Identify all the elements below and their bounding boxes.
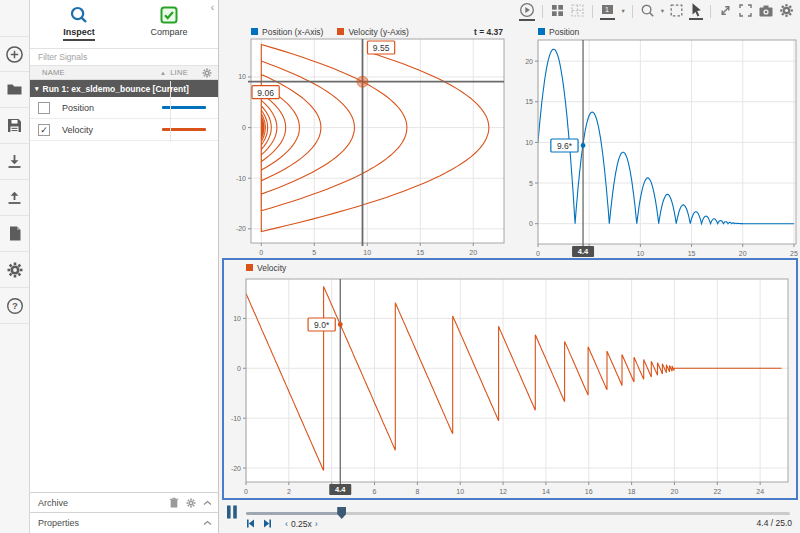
svg-text:4.4: 4.4 (335, 485, 346, 494)
svg-text:25: 25 (790, 250, 798, 257)
expander-caret-icon[interactable]: ▾ (35, 85, 39, 93)
svg-text:0: 0 (259, 249, 263, 256)
filter-signals-input[interactable] (30, 49, 218, 66)
fit-to-view-icon[interactable] (669, 3, 684, 19)
playback-slider[interactable] (246, 512, 790, 515)
save-icon (6, 117, 23, 134)
collapse-panel-icon[interactable]: ‹ (211, 2, 214, 13)
signal-row-position[interactable]: Position (30, 97, 218, 119)
speed-increase-icon[interactable]: › (315, 519, 318, 529)
svg-text:4.4: 4.4 (578, 247, 589, 256)
help-button[interactable]: ? (0, 288, 29, 324)
svg-text:20: 20 (671, 488, 679, 495)
name-column-header: NAME (42, 68, 65, 77)
signal-table-header[interactable]: NAME ▲ LINE (30, 66, 218, 80)
legend-dropdown-caret-icon[interactable]: ▾ (621, 7, 624, 15)
position-legend-swatch-icon (538, 28, 545, 35)
pointer-icon[interactable] (689, 2, 703, 20)
add-run-button[interactable] (0, 36, 29, 72)
replay-play-icon[interactable] (519, 2, 535, 21)
playback-slider-thumb[interactable] (337, 507, 346, 519)
trash-icon[interactable] (169, 497, 179, 508)
speed-control: ‹ 0.25x › (285, 519, 318, 529)
svg-text:0: 0 (242, 124, 246, 131)
svg-text:6: 6 (373, 488, 377, 495)
svg-text:14: 14 (542, 488, 550, 495)
snapshot-camera-icon[interactable] (758, 4, 774, 19)
line-column-header: LINE (170, 68, 188, 77)
phase-plot-canvas-mount: 05101520-20-100109.559.06 (225, 38, 515, 258)
new-session-button[interactable] (0, 216, 29, 252)
position-plot-canvas[interactable]: 010152025051015209.6*4.4 (518, 38, 799, 258)
export-button[interactable] (0, 180, 29, 216)
step-back-button[interactable] (246, 519, 257, 528)
svg-text:15: 15 (416, 249, 424, 256)
legend-entry-position[interactable]: Position (x-Axis) (251, 27, 323, 37)
velocity-checkbox[interactable]: ✓ (38, 124, 50, 136)
plot-area: 1 ▾ ▾ Position (x-Axis) Velocity (y-Axis… (219, 0, 800, 533)
velocity-line-swatch[interactable] (162, 128, 206, 131)
cursor-time-readout: t = 4.37 (474, 27, 503, 37)
svg-text:-20: -20 (236, 225, 246, 232)
phase-plot-canvas[interactable]: 05101520-20-100109.559.06 (225, 38, 515, 258)
cursor-value-label[interactable]: 9.6* (551, 139, 578, 152)
expand-diagonal-icon[interactable] (718, 3, 733, 19)
cursor-y-value-label[interactable]: 9.06 (252, 86, 279, 99)
svg-text:8: 8 (415, 488, 419, 495)
velocity-plot-canvas[interactable]: 02681012141618202224-20-100109.0*4.4 (224, 273, 796, 498)
open-button[interactable] (0, 72, 29, 108)
svg-text:-10: -10 (231, 415, 241, 422)
layout-subplots-icon[interactable] (570, 3, 585, 19)
svg-text:10: 10 (456, 488, 464, 495)
svg-text:9.6*: 9.6* (557, 141, 573, 151)
archive-section-bar[interactable]: Archive (30, 492, 218, 512)
layout-grid-icon[interactable] (550, 3, 565, 19)
import-button[interactable] (0, 144, 29, 180)
svg-text:20: 20 (739, 250, 747, 257)
fullscreen-icon[interactable] (738, 3, 753, 19)
svg-text:-10: -10 (236, 175, 246, 182)
svg-text:18: 18 (628, 488, 636, 495)
svg-text:0: 0 (536, 250, 540, 257)
legend-entry-position[interactable]: Position (538, 27, 579, 37)
svg-text:10: 10 (525, 139, 533, 146)
document-icon (7, 225, 23, 242)
properties-collapse-chevron-icon[interactable] (203, 520, 212, 526)
phase-plot-card: Position (x-Axis) Velocity (y-Axis) t = … (225, 25, 515, 258)
signal-row-velocity[interactable]: ✓ Velocity (30, 119, 218, 141)
step-forward-button[interactable] (261, 519, 272, 528)
position-plot-card: Position 010152025051015209.6*4.4 (518, 25, 799, 258)
save-button[interactable] (0, 108, 29, 144)
cursor-time-badge[interactable]: 4.4 (329, 484, 351, 495)
properties-section-bar[interactable]: Properties (30, 512, 218, 533)
run-group-label: Run 1: ex_sldemo_bounce [Current] (43, 84, 189, 94)
preferences-button[interactable] (0, 252, 29, 288)
plot-settings-gear-icon[interactable] (779, 3, 794, 19)
svg-text:16: 16 (585, 488, 593, 495)
pause-button[interactable] (226, 505, 238, 519)
toolbar-separator (592, 5, 593, 18)
cursor-x-value-label[interactable]: 9.55 (368, 41, 395, 54)
archive-settings-gear-icon[interactable] (186, 498, 196, 508)
tab-compare-label: Compare (150, 27, 187, 37)
tab-compare[interactable]: Compare (137, 5, 201, 48)
position-line-swatch[interactable] (162, 106, 206, 109)
archive-collapse-chevron-icon[interactable] (203, 500, 212, 506)
tab-inspect[interactable]: Inspect (47, 5, 111, 48)
svg-text:5: 5 (312, 249, 316, 256)
zoom-dropdown-caret-icon[interactable]: ▾ (661, 7, 664, 15)
legend-toggle-icon[interactable]: 1 (600, 3, 615, 20)
column-settings-gear-icon[interactable] (202, 68, 212, 78)
svg-text:10: 10 (238, 73, 246, 80)
cursor-value-label[interactable]: 9.0* (308, 318, 335, 331)
run-group-row[interactable]: ▾ Run 1: ex_sldemo_bounce [Current] (30, 80, 218, 97)
legend-entry-velocity[interactable]: Velocity (y-Axis) (337, 27, 408, 37)
position-checkbox[interactable] (38, 102, 50, 114)
svg-text:10: 10 (363, 249, 371, 256)
legend-entry-velocity[interactable]: Velocity (246, 263, 286, 273)
cursor-time-badge[interactable]: 4.4 (572, 246, 594, 257)
zoom-icon[interactable] (640, 3, 655, 19)
sort-asc-icon[interactable]: ▲ (160, 70, 166, 76)
help-circle-icon: ? (6, 297, 24, 315)
speed-decrease-icon[interactable]: ‹ (285, 519, 288, 529)
